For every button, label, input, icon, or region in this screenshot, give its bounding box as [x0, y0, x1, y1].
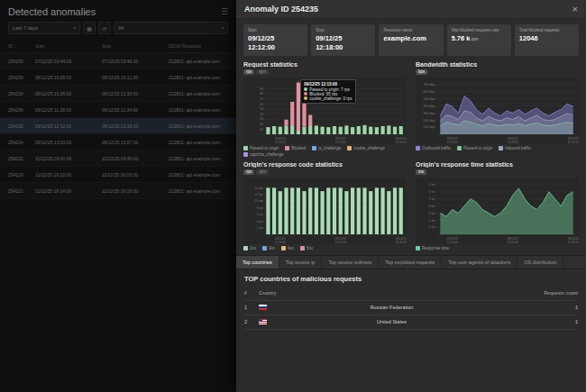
cell-stop: 11/12/25 19:18:00 — [102, 188, 169, 194]
top-countries-section: TOP countries of malicious requests #Cou… — [236, 269, 586, 330]
chart-tooltip: 09/12/25 12:13:00Passed to origin: 7 rps… — [300, 79, 355, 104]
svg-text:12:30:00: 12:30:00 — [396, 241, 407, 244]
unit-rpm-toggle[interactable]: rpm — [256, 69, 269, 76]
legend-swatch-icon — [243, 146, 248, 150]
tab-top-countries[interactable]: Top countries — [236, 256, 279, 269]
legend-label: Response time — [422, 246, 449, 251]
close-icon[interactable]: × — [572, 5, 578, 14]
cell-start: 09/12/25 12:12:00 — [35, 123, 102, 129]
legend-swatch-icon — [416, 246, 420, 251]
cell-id: 254256 — [8, 59, 35, 64]
period-select[interactable]: Last 7 days ▾ — [8, 22, 80, 34]
anomaly-row[interactable]: 25423609/12/25 11:28:0009/12/25 11:34:00… — [0, 102, 236, 118]
legend-blocked[interactable]: Blocked — [285, 146, 306, 150]
legend-label: 3xx — [269, 246, 275, 251]
tab-top-exploited-requests[interactable]: Top exploited requests — [379, 256, 442, 269]
legend-5xx[interactable]: 5xx — [300, 246, 313, 251]
legend-label: Passed to origin — [463, 146, 492, 150]
chart-legend: Outbound trafficPassed to originInbound … — [416, 146, 579, 150]
legend-js-challenge[interactable]: js_challenge — [312, 146, 341, 150]
column-header-start[interactable]: Start — [35, 43, 102, 49]
anomaly-row[interactable]: 25425607/12/25 03:44:0007/12/25 03:46:00… — [0, 53, 236, 69]
svg-text:300 kbps: 300 kbps — [424, 111, 436, 114]
svg-text:600 kbps: 600 kbps — [424, 90, 436, 94]
unit-toggle: rps rpm — [243, 68, 407, 77]
svg-text:8 rps: 8 rps — [257, 205, 264, 209]
country-row[interactable]: 2United States1 — [244, 315, 578, 330]
anomaly-row[interactable]: 25422111/12/25 19:14:0011/12/25 19:18:00… — [0, 183, 236, 199]
legend-label: Passed to origin — [250, 146, 279, 150]
summary-card-resource-name: Resource nameexample.com — [379, 24, 443, 56]
cell-id: 254235 — [8, 123, 35, 129]
legend-inbound-traffic[interactable]: Inbound traffic — [499, 146, 530, 150]
cell-stop: 08/12/25 21:30:00 — [102, 91, 169, 96]
country-name: Russian Federation — [371, 305, 414, 310]
chart-title: Bandwidth statistics — [416, 61, 579, 68]
svg-text:6 ms: 6 ms — [429, 190, 435, 194]
chart-legend: 2xx3xx4xx5xx — [243, 246, 407, 251]
legend-label: 2xx — [250, 246, 256, 251]
legend-4xx[interactable]: 4xx — [281, 246, 294, 251]
anomaly-row[interactable]: 25423908/12/25 20:05:0008/12/25 20:11:00… — [0, 69, 236, 86]
menu-icon[interactable]: ☰ — [221, 7, 228, 16]
filters-bar: Last 7 days ▾ ▦ ⟳ All ▾ — [0, 22, 236, 40]
left-panel-header: Detected anomalies ☰ — [0, 0, 236, 22]
calendar-icon[interactable]: ▦ — [83, 22, 96, 34]
flag-us-icon — [259, 319, 267, 324]
column-header-ddos-resource[interactable]: DDoS Resource — [169, 43, 228, 49]
svg-text:40: 40 — [260, 112, 263, 115]
svg-text:70: 70 — [260, 96, 263, 100]
column-header-id[interactable]: ID ↓ — [8, 43, 35, 49]
tab-os-distribution[interactable]: OS distribution — [517, 256, 563, 269]
cell-resource: 212801: api.example.com — [169, 123, 228, 129]
bottom-col-: # — [244, 290, 259, 296]
legend-label: Inbound traffic — [505, 146, 530, 150]
card-value: example.com — [383, 34, 438, 43]
legend-passed-to-origin[interactable]: Passed to origin — [457, 146, 492, 150]
cell-id: 254234 — [8, 140, 35, 145]
tab-top-user-agents-of-attackers[interactable]: Top user agents of attackers — [442, 256, 517, 269]
resource-filter-select[interactable]: All ▾ — [114, 22, 228, 34]
unit-toggle: rps rpm — [243, 169, 407, 177]
legend-response-time[interactable]: Response time — [416, 246, 449, 251]
anomaly-row[interactable]: 25423409/12/25 13:03:0009/12/25 13:07:00… — [0, 134, 236, 150]
tab-top-source-subnets[interactable]: Top source subnets — [322, 256, 379, 269]
cell-stop: 10/12/25 09:45:00 — [102, 156, 169, 161]
bottom-col-country: Country — [259, 290, 513, 296]
unit-rps-toggle[interactable]: rps — [243, 69, 254, 76]
anomaly-row[interactable]: 25423808/12/25 21:26:0008/12/25 21:30:00… — [0, 86, 236, 102]
tooltip-title: 09/12/25 12:13:00 — [304, 82, 352, 87]
legend-swatch-icon — [281, 246, 286, 251]
legend-cookie-challenge[interactable]: cookie_challenge — [347, 146, 385, 150]
anomaly-row[interactable]: 25423110/12/25 09:41:0010/12/25 09:45:00… — [0, 150, 236, 167]
refresh-icon[interactable]: ⟳ — [98, 22, 111, 34]
anomalies-table-header: ID ↓StartStopDDoS Resource — [0, 40, 236, 53]
column-header-stop[interactable]: Stop — [102, 43, 169, 49]
legend-2xx[interactable]: 2xx — [243, 246, 256, 251]
unit-rpm-toggle[interactable]: rpm — [256, 169, 269, 176]
cell-id: 254236 — [8, 107, 35, 113]
card-value: 09/12/25 — [316, 34, 371, 43]
svg-text:700 kbps: 700 kbps — [424, 83, 436, 87]
legend-passed-to-origin[interactable]: Passed to origin — [243, 146, 279, 150]
legend-3xx[interactable]: 3xx — [262, 246, 275, 251]
cell-start: 11/12/25 16:22:00 — [35, 172, 102, 178]
cell-resource: 212801: api.example.com — [169, 107, 228, 113]
unit-rps-toggle[interactable]: rps — [243, 169, 254, 176]
svg-text:90: 90 — [260, 87, 263, 90]
svg-text:1 ms: 1 ms — [429, 225, 435, 229]
legend-swatch-icon — [499, 146, 503, 150]
chart-canvas: 1 ms2 ms3 ms4 ms5 ms6 ms7 ms09/12/2512:1… — [416, 178, 579, 244]
cell-resource: 212801: api.example.com — [169, 59, 228, 64]
panel-title: Detected anomalies — [8, 6, 96, 17]
legend-label: Blocked — [291, 146, 306, 150]
anomaly-row[interactable]: 25423509/12/25 12:12:0009/12/25 12:18:00… — [0, 118, 236, 134]
cell-id: 254238 — [8, 91, 35, 96]
svg-text:50: 50 — [260, 107, 263, 111]
legend-captcha-challenge[interactable]: captcha_challenge — [243, 152, 284, 157]
country-row[interactable]: 1Russian Federation1 — [244, 301, 578, 315]
section-title: TOP countries of malicious requests — [244, 275, 578, 283]
tab-top-source-ip[interactable]: Top source ip — [279, 256, 323, 269]
anomaly-row[interactable]: 25422911/12/25 16:22:0011/12/25 16:26:00… — [0, 167, 236, 183]
legend-outbound-traffic[interactable]: Outbound traffic — [416, 146, 451, 150]
